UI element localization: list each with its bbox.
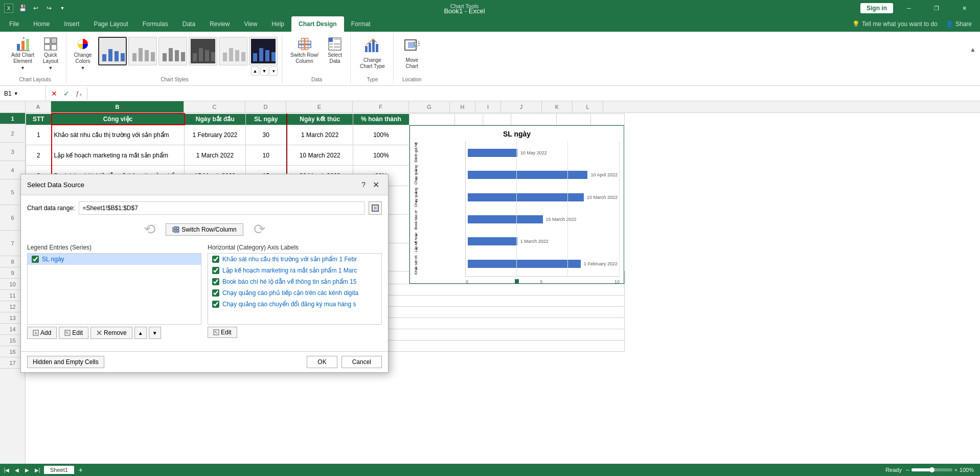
dialog-cancel-btn[interactable]: Cancel (341, 356, 382, 368)
cell-f2[interactable]: 100% (353, 125, 409, 145)
col-header-k[interactable]: K (542, 101, 573, 112)
name-box-arrow[interactable]: ▼ (14, 91, 18, 96)
cat-checkbox-5[interactable] (212, 301, 219, 308)
confirm-edit-icon[interactable]: ✓ (60, 87, 73, 100)
tab-insert[interactable]: Insert (57, 16, 86, 32)
cat-checkbox-3[interactable] (212, 278, 219, 285)
cell-l1[interactable] (590, 114, 625, 125)
add-sheet-btn[interactable]: + (76, 465, 85, 474)
style-swatch-6[interactable] (249, 37, 278, 65)
col-header-j[interactable]: J (501, 101, 542, 112)
dialog-ok-btn[interactable]: OK (307, 356, 337, 368)
series-edit-btn[interactable]: ✎ Edit (59, 327, 88, 339)
dialog-help-icon[interactable]: ? (361, 180, 366, 189)
customize-qa-btn[interactable]: ▼ (56, 2, 69, 14)
minimize-btn[interactable]: ─ (897, 0, 921, 16)
tab-file[interactable]: File (2, 16, 26, 32)
zoom-out-btn[interactable]: ─ (906, 467, 909, 473)
change-colors-btn[interactable]: ChangeColors ▼ (72, 35, 94, 73)
select-data-source-dialog[interactable]: Select Data Source ? ✕ Chart data range:… (20, 174, 389, 373)
style-scroll-more[interactable]: ▾ (269, 66, 278, 76)
series-move-down-btn[interactable]: ▼ (149, 327, 161, 339)
cell-h1[interactable] (454, 114, 483, 125)
cell-a2[interactable]: 1 (26, 125, 52, 145)
zoom-in-btn[interactable]: + (954, 467, 958, 473)
quick-layout-arrow[interactable]: ▼ (49, 65, 53, 71)
name-box[interactable]: B1 ▼ (0, 86, 46, 101)
tab-data[interactable]: Data (175, 16, 202, 32)
cell-a3[interactable]: 2 (26, 145, 52, 166)
cell-b2[interactable]: Khảo sát nhu cầu thị trường với sản phẩm (52, 125, 185, 145)
cell-e1[interactable]: Ngày kết thúc (287, 114, 353, 125)
style-swatch-1[interactable] (98, 37, 127, 65)
chart-handle-bottom[interactable] (515, 279, 519, 283)
cell-f1[interactable]: % hoàn thành (353, 114, 409, 125)
cell-j1[interactable] (511, 114, 557, 125)
formula-input[interactable] (87, 86, 980, 101)
series-add-btn[interactable]: + Add (27, 327, 57, 339)
tell-me-input[interactable]: 💡Tell me what you want to do (852, 20, 938, 28)
col-header-i[interactable]: I (475, 101, 501, 112)
cell-e2[interactable]: 1 March 2022 (287, 125, 353, 145)
data-range-select-btn[interactable] (369, 201, 382, 215)
save-quick-btn[interactable]: 💾 (16, 2, 29, 14)
tab-view[interactable]: View (237, 16, 265, 32)
col-header-a[interactable]: A (26, 101, 51, 112)
switch-row-column-btn[interactable]: Switch Row/Column (287, 35, 322, 66)
tab-help[interactable]: Help (264, 16, 291, 32)
cell-c1[interactable]: Ngày bắt đầu (185, 114, 246, 125)
tab-chart-design[interactable]: Chart Design (291, 16, 344, 32)
cell-d2[interactable]: 30 (246, 125, 287, 145)
category-edit-btn[interactable]: ✎ Edit (208, 327, 237, 338)
cell-k1[interactable] (557, 114, 590, 125)
col-header-b[interactable]: B (51, 101, 184, 112)
style-swatch-2[interactable] (128, 37, 157, 65)
cell-c3[interactable]: 1 March 2022 (185, 145, 246, 166)
data-range-input[interactable] (79, 201, 364, 215)
style-swatch-4[interactable] (189, 37, 217, 65)
style-swatch-5[interactable] (219, 37, 247, 65)
col-header-c[interactable]: C (184, 101, 245, 112)
zoom-level[interactable]: 100% (960, 467, 974, 473)
insert-function-icon[interactable]: ƒₓ (73, 87, 85, 100)
tab-formulas[interactable]: Formulas (135, 16, 175, 32)
switch-row-column-dialog-btn[interactable]: Switch Row/Column (166, 223, 243, 236)
cell-g1[interactable] (409, 114, 455, 125)
share-btn[interactable]: 👤Share (946, 20, 972, 28)
row-header-1[interactable]: 1 (0, 113, 25, 124)
undo-btn[interactable]: ↩ (30, 2, 42, 14)
sign-in-button[interactable]: Sign in (860, 3, 893, 13)
cell-d3[interactable]: 10 (246, 145, 287, 166)
quick-layout-btn[interactable]: QuickLayout ▼ (39, 35, 62, 73)
cell-b1[interactable]: Công việc (52, 114, 185, 125)
change-colors-arrow[interactable]: ▼ (81, 65, 85, 71)
cat-checkbox-4[interactable] (212, 289, 219, 297)
dialog-close-btn[interactable]: ✕ (370, 178, 382, 191)
sheet-nav-next[interactable]: ▶ (22, 465, 32, 474)
ribbon-collapse-btn[interactable]: ▲ (970, 46, 976, 53)
col-header-g[interactable]: G (409, 101, 450, 112)
tab-review[interactable]: Review (202, 16, 237, 32)
style-swatch-3[interactable] (158, 37, 187, 65)
series-remove-btn[interactable]: Remove (90, 327, 132, 339)
cell-c2[interactable]: 1 February 2022 (185, 125, 246, 145)
add-chart-element-btn[interactable]: + Add ChartElement ▼ (8, 35, 37, 73)
maximize-btn[interactable]: ❐ (925, 0, 948, 16)
cell-b3[interactable]: Lập kế hoạch marketing ra mắt sản phẩm (52, 145, 185, 166)
close-btn[interactable]: ✕ (952, 0, 976, 16)
cat-checkbox-2[interactable] (212, 267, 219, 274)
col-header-f[interactable]: F (353, 101, 409, 112)
tab-home[interactable]: Home (26, 16, 57, 32)
cell-i1[interactable] (483, 114, 511, 125)
add-chart-element-arrow[interactable]: ▼ (20, 65, 25, 71)
zoom-slider[interactable] (911, 468, 952, 471)
chart-container[interactable]: SL ngày Đánh giá hiệu quả chiến dịch, sử… (409, 125, 624, 284)
sheet-nav-last[interactable]: ▶| (33, 465, 42, 474)
cell-d1[interactable]: SL ngày (246, 114, 287, 125)
sheet-nav-first[interactable]: |◀ (2, 465, 11, 474)
zoom-slider-thumb[interactable] (929, 467, 935, 472)
cat-checkbox-1[interactable] (212, 256, 219, 263)
col-header-l[interactable]: L (573, 101, 603, 112)
sheet-tab-sheet1[interactable]: Sheet1 (44, 466, 74, 474)
series-move-up-btn[interactable]: ▲ (134, 327, 147, 339)
